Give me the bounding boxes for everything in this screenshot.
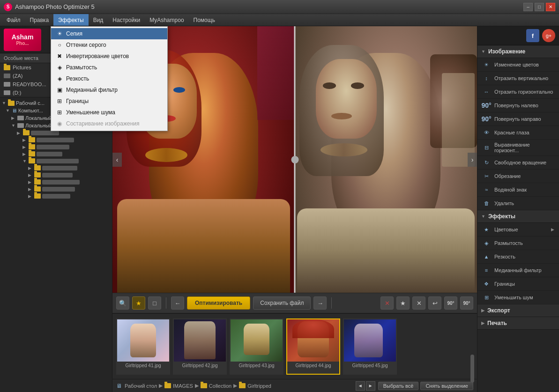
menu-effects[interactable]: Эффекты xyxy=(53,14,89,26)
panel-item-align-h-label: Выравнивание горизонт... xyxy=(494,142,554,153)
split-handle[interactable] xyxy=(291,156,298,163)
menu-view[interactable]: Вид xyxy=(89,14,108,26)
save-button[interactable]: Сохранить файл xyxy=(253,296,311,310)
google-button[interactable]: g+ xyxy=(542,29,555,42)
panel-item-edges-fx[interactable]: ❖ Границы xyxy=(477,277,559,291)
panel-item-align-h[interactable]: ⊟ Выравнивание горизонт... xyxy=(477,140,559,156)
panel-item-crop[interactable]: ✂ Обрезание xyxy=(477,170,559,183)
menu-item-edges[interactable]: ⊞ Границы xyxy=(51,96,167,107)
toolbar-separator-2 xyxy=(331,297,332,309)
tree-item-f10[interactable]: ▶ xyxy=(0,192,112,200)
menu-item-invert[interactable]: ✖ Инвертирование цветов xyxy=(51,51,167,62)
panel-item-red-eye[interactable]: 👁 Красные глаза xyxy=(477,126,559,140)
toolbar: 🔍 ★ □ ← Оптимизировать Сохранить файл → … xyxy=(112,293,477,313)
thumb-5[interactable]: Girltripped 45.jpg xyxy=(343,318,397,375)
panel-section-image-label: Изображение xyxy=(488,48,525,55)
rotate-right-icon: 90° xyxy=(482,115,491,123)
prev-button[interactable]: ← xyxy=(171,296,184,310)
close2-button[interactable]: ✕ xyxy=(412,296,425,310)
tree-item-f4[interactable]: ▶ xyxy=(0,150,112,157)
thumb-1[interactable]: Girltripped 41.jpg xyxy=(116,318,170,375)
panel-item-color-fx[interactable]: ★ Цветовые ▶ xyxy=(477,223,559,237)
select-all-button[interactable]: Выбрать всё xyxy=(378,382,419,390)
thumb-4[interactable]: ✓ Girltripped 44.jpg xyxy=(286,318,340,375)
panel-item-median-fx[interactable]: ≡ Медианный фильтр xyxy=(477,264,559,277)
menu-item-sharpen[interactable]: ◈ Резкость xyxy=(51,73,167,84)
panel-section-effects-header[interactable]: ▼ Эффекты xyxy=(477,210,559,223)
minimize-button[interactable]: – xyxy=(523,3,533,11)
panel-item-flip-h[interactable]: ↔ Отразить горизонтально xyxy=(477,85,559,99)
tree-item-f5[interactable]: ▼ xyxy=(0,157,112,164)
panel-item-rotate-left[interactable]: 90° Повернуть налево xyxy=(477,99,559,112)
undo-button[interactable]: ↩ xyxy=(428,296,441,310)
rotate-ccw-button[interactable]: 90° xyxy=(460,296,473,310)
sidebar-item-za-label: (ZA) xyxy=(13,73,22,79)
denoise-label: Уменьшение шума xyxy=(66,109,115,116)
tree-item-f8[interactable]: ▶ xyxy=(0,178,112,185)
panel-item-rotate-right[interactable]: 90° Повернуть направо xyxy=(477,112,559,126)
photo-right-sepia xyxy=(295,26,477,293)
menu-settings[interactable]: Настройки xyxy=(108,14,145,26)
tree-item-f9[interactable]: ▶ xyxy=(0,185,112,192)
photo-nav-next[interactable]: › xyxy=(468,153,477,167)
menu-item-blur[interactable]: ◈ Размытость xyxy=(51,62,167,73)
statusbar-folder-girltripped[interactable]: Girltripped xyxy=(239,383,271,389)
statusbar-nav-next[interactable]: ► xyxy=(366,381,375,391)
panel-item-flip-v[interactable]: ↕ Отразить вертикально xyxy=(477,72,559,85)
thumb-3[interactable]: Girltripped 43.jpg xyxy=(230,318,283,375)
menu-file[interactable]: Файл xyxy=(2,14,25,26)
menu-help[interactable]: Помощь xyxy=(189,14,220,26)
star2-button[interactable]: ★ xyxy=(396,296,410,310)
optimize-button[interactable]: Оптимизировать xyxy=(187,296,250,310)
extra-button[interactable]: □ xyxy=(148,296,161,310)
rotate-cw-button[interactable]: 90° xyxy=(444,296,457,310)
panel-item-color-change[interactable]: ☀ Изменение цветов xyxy=(477,58,559,72)
zoom-tool-button[interactable]: 🔍 xyxy=(116,296,129,310)
panel-item-watermark[interactable]: ≈ Водяной знак xyxy=(477,183,559,197)
thumb-2[interactable]: Girltripped 42.jpg xyxy=(173,318,227,375)
split-divider[interactable] xyxy=(294,26,296,293)
delete-button[interactable]: ✕ xyxy=(380,296,394,310)
maximize-button[interactable]: □ xyxy=(535,3,544,11)
panel-item-sharpen-fx[interactable]: ▲ Резкость xyxy=(477,250,559,264)
expand-arrow-d: ▼ xyxy=(11,123,16,128)
statusbar-label-images: IMAGES xyxy=(173,383,193,389)
tree-item-f2[interactable]: ▶ xyxy=(0,136,112,143)
panel-item-free-rotate[interactable]: ↻ Свободное вращение xyxy=(477,156,559,170)
folder-icon-girltripped xyxy=(239,383,246,388)
menu-edit[interactable]: Правка xyxy=(25,14,54,26)
color-fx-icon: ★ xyxy=(482,225,491,234)
panel-item-delete[interactable]: 🗑 Удалить xyxy=(477,197,559,210)
panel-section-print-header[interactable]: ▶ Печать xyxy=(477,317,559,330)
statusbar-folder-collection[interactable]: Collection xyxy=(201,383,231,389)
close-button[interactable]: ✕ xyxy=(546,3,555,11)
panel-item-blur-fx[interactable]: ◈ Размытость xyxy=(477,237,559,250)
star-button[interactable]: ★ xyxy=(132,296,145,310)
deselect-button[interactable]: Снять выделение xyxy=(420,382,473,390)
flip-v-icon: ↕ xyxy=(482,74,491,82)
blur-fx-icon: ◈ xyxy=(482,239,491,247)
sharpen-fx-icon: ▲ xyxy=(482,252,491,261)
thumb-image-3 xyxy=(231,319,283,362)
folder-icon-f6 xyxy=(34,165,41,170)
menu-item-sepia[interactable]: ☀ Сепия xyxy=(51,28,167,39)
panel-section-image-header[interactable]: ▼ Изображение xyxy=(477,45,559,58)
menu-item-median[interactable]: ▣ Медианный фильтр xyxy=(51,84,167,96)
tree-item-f7[interactable]: ▶ xyxy=(0,171,112,178)
facebook-button[interactable]: f xyxy=(526,29,539,42)
panel-item-denoise-fx[interactable]: ⊞ Уменьшить шум xyxy=(477,291,559,304)
menu-myashampoo[interactable]: MyAshampoo xyxy=(145,14,188,26)
panel-section-export-header[interactable]: ▶ Экспорт xyxy=(477,304,559,317)
photo-nav-prev[interactable]: ‹ xyxy=(112,153,122,167)
tree-item-f6[interactable]: ▶ xyxy=(0,164,112,171)
tree-item-f3[interactable]: ▶ xyxy=(0,143,112,150)
color-change-icon: ☀ xyxy=(482,60,491,69)
statusbar-folder-images[interactable]: IMAGES xyxy=(164,383,193,389)
next-button[interactable]: → xyxy=(313,296,327,310)
menu-item-grayscale[interactable]: ○ Оттенки серого xyxy=(51,39,167,51)
thumb-scrollbar[interactable] xyxy=(470,355,474,379)
menu-item-denoise[interactable]: ⊞ Уменьшение шума xyxy=(51,107,167,118)
window-controls: – □ ✕ xyxy=(523,3,555,11)
statusbar-nav-prev[interactable]: ◄ xyxy=(356,381,365,391)
edges-icon: ⊞ xyxy=(56,97,63,105)
